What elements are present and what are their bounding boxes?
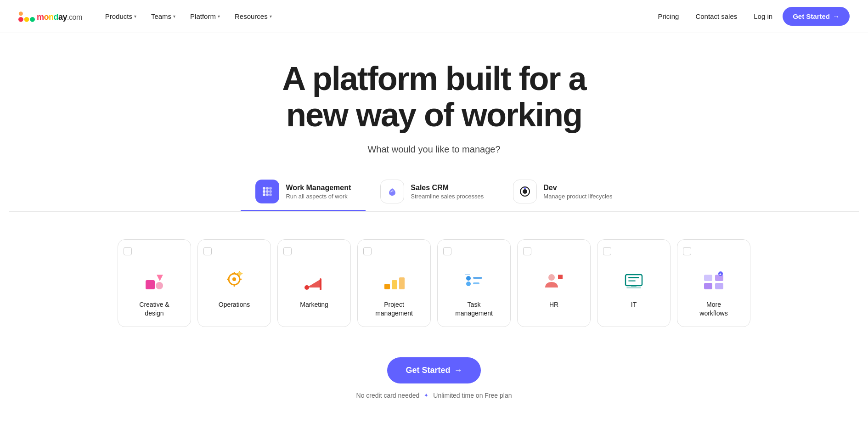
svg-point-38 [466,282,471,286]
card-marketing-label: Marketing [283,300,345,309]
workflow-section: Creative &design O [0,239,868,340]
card-hr-label: HR [523,300,585,309]
chevron-down-icon: ▾ [134,14,136,19]
svg-rect-45 [628,280,636,282]
card-more-workflows[interactable]: + Moreworkflows [677,239,750,327]
logo-wordmark: monday.com [37,11,82,23]
card-creative-design[interactable]: Creative &design [118,239,191,327]
svg-rect-39 [473,282,479,284]
svg-rect-33 [384,284,390,289]
card-operations[interactable]: Operations [197,239,271,327]
svg-rect-44 [628,277,639,278]
workflow-grid: Creative &design O [28,239,840,327]
card-marketing[interactable]: Marketing [277,239,351,327]
cta-get-started-button[interactable]: Get Started → [387,357,480,383]
svg-point-18 [156,282,163,289]
svg-point-6 [269,187,272,190]
tab-dev[interactable]: Dev Manage product lifecycles [498,173,627,211]
card-checkbox[interactable] [124,247,132,255]
more-workflows-icon: + [683,269,744,294]
navbar: monday.com Products ▾ Teams ▾ Platform ▾… [0,0,868,33]
logo-icon [18,11,35,22]
marketing-icon [283,269,345,294]
chevron-down-icon: ▾ [173,14,175,19]
tab-sales-crm-subtitle: Streamline sales processes [411,193,484,200]
svg-point-3 [19,11,23,16]
work-management-icon [261,185,274,198]
nav-products[interactable]: Products ▾ [99,9,143,24]
svg-point-20 [232,277,236,281]
svg-rect-49 [704,283,712,289]
tab-dev-title: Dev [543,184,612,192]
svg-point-0 [18,17,23,22]
svg-point-2 [30,17,35,22]
product-tabs: Work Management Run all aspects of work … [9,173,859,211]
nav-resources[interactable]: Resources ▾ [228,9,278,24]
nav-contact-sales[interactable]: Contact sales [689,9,744,24]
card-checkbox[interactable] [523,247,531,255]
svg-point-7 [263,190,265,193]
dev-icon-wrapper [513,180,537,203]
tab-divider [9,211,859,212]
card-checkbox[interactable] [203,247,212,255]
nav-get-started-button[interactable]: Get Started → [783,7,850,26]
svg-point-41 [548,274,555,281]
chevron-down-icon: ▾ [218,14,220,19]
card-it[interactable]: IT [597,239,671,327]
card-checkbox[interactable] [683,247,691,255]
task-management-icon [443,269,505,294]
nav-teams[interactable]: Teams ▾ [145,9,182,24]
card-checkbox[interactable] [443,247,451,255]
tab-sales-crm-title: Sales CRM [411,184,484,192]
svg-point-25 [238,272,242,276]
svg-point-12 [269,193,272,196]
work-management-icon-wrapper [255,180,279,203]
nav-right: Pricing Contact sales Log in Get Started… [652,7,850,26]
project-management-icon [363,269,425,294]
svg-point-11 [266,193,269,196]
svg-rect-48 [704,275,712,281]
card-checkbox[interactable] [363,247,372,255]
nav-pricing[interactable]: Pricing [652,9,686,24]
svg-point-31 [304,285,309,290]
svg-marker-42 [558,275,563,279]
it-icon [603,269,665,294]
svg-rect-34 [392,280,397,289]
nav-login[interactable]: Log in [747,9,779,24]
hero-subtitle: What would you like to manage? [9,144,859,155]
svg-point-10 [263,193,265,196]
hr-icon [523,269,585,294]
tab-dev-subtitle: Manage product lifecycles [543,193,612,200]
svg-point-9 [269,190,272,193]
card-checkbox[interactable] [603,247,611,255]
card-task-management[interactable]: Taskmanagement [437,239,511,327]
svg-text:+: + [719,272,721,276]
dev-icon [518,185,532,198]
svg-point-15 [524,187,526,189]
card-more-workflows-label: Moreworkflows [683,300,744,317]
chevron-down-icon: ▾ [270,14,272,19]
tab-work-management[interactable]: Work Management Run all aspects of work [241,173,366,211]
card-project-management[interactable]: Projectmanagement [357,239,431,327]
diamond-icon: ✦ [424,392,428,399]
hero-section: A platform built for a new way of workin… [0,33,868,239]
card-hr[interactable]: HR [517,239,591,327]
card-project-management-label: Projectmanagement [363,300,425,317]
nav-platform[interactable]: Platform ▾ [184,9,226,24]
tab-work-management-subtitle: Run all aspects of work [286,193,351,200]
card-task-management-label: Taskmanagement [443,300,505,317]
logo[interactable]: monday.com [18,11,82,23]
card-checkbox[interactable] [283,247,292,255]
svg-marker-30 [307,279,321,287]
svg-point-5 [266,187,269,190]
sales-crm-icon-wrapper [380,180,404,203]
creative-design-icon [124,269,185,294]
operations-icon [203,269,265,294]
svg-point-8 [266,190,269,193]
svg-point-1 [24,17,29,22]
svg-rect-35 [399,277,405,289]
svg-rect-16 [146,280,155,289]
tab-sales-crm[interactable]: Sales CRM Streamline sales processes [366,173,498,211]
svg-rect-37 [473,277,482,279]
cta-section: Get Started → No credit card needed ✦ Un… [0,341,868,408]
